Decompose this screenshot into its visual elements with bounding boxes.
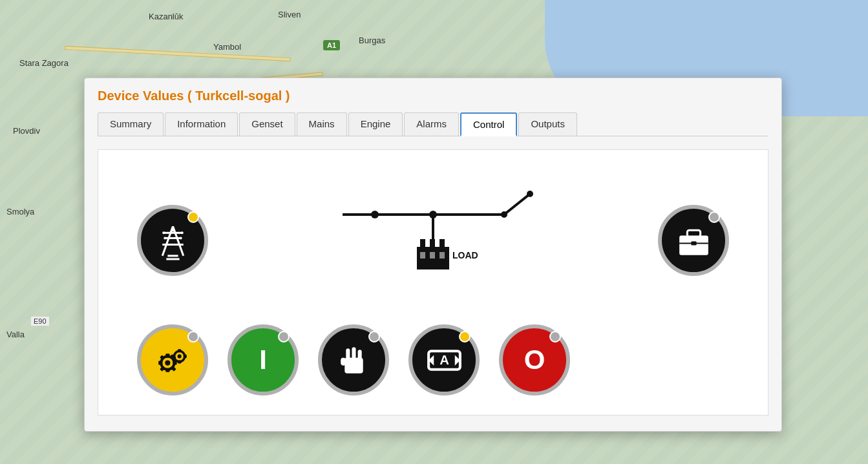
settings-status-dot bbox=[187, 331, 199, 343]
on-button[interactable]: I bbox=[228, 324, 299, 395]
svg-rect-18 bbox=[430, 239, 435, 249]
device-values-dialog: Device Values ( Turkcell-sogal ) Summary… bbox=[84, 78, 782, 432]
svg-rect-45 bbox=[178, 360, 181, 363]
briefcase-status-dot bbox=[708, 211, 720, 223]
svg-rect-17 bbox=[420, 239, 425, 249]
svg-rect-20 bbox=[420, 252, 425, 258]
top-icon-row: LOAD bbox=[111, 156, 755, 311]
svg-rect-44 bbox=[178, 349, 181, 352]
dialog-title: Device Values ( Turkcell-sogal ) bbox=[98, 89, 768, 103]
manual-status-dot bbox=[368, 331, 380, 343]
svg-point-13 bbox=[371, 211, 379, 218]
svg-rect-22 bbox=[439, 252, 445, 258]
map-road-2 bbox=[65, 46, 291, 61]
svg-rect-46 bbox=[171, 354, 174, 357]
auto-button[interactable]: A bbox=[408, 324, 480, 395]
briefcase-icon bbox=[673, 220, 715, 262]
svg-rect-34 bbox=[165, 353, 169, 357]
auto-icon: A bbox=[423, 339, 465, 381]
manual-button[interactable] bbox=[318, 324, 389, 395]
svg-point-7 bbox=[164, 237, 166, 239]
settings-icon bbox=[152, 339, 194, 381]
svg-point-43 bbox=[177, 354, 181, 358]
bottom-icon-row: I bbox=[111, 311, 755, 408]
tab-engine[interactable]: Engine bbox=[348, 112, 403, 136]
map-label-smolya: Smolya bbox=[6, 207, 34, 216]
tower-button[interactable] bbox=[137, 205, 208, 276]
svg-rect-19 bbox=[439, 239, 445, 249]
svg-rect-29 bbox=[687, 230, 700, 237]
tower-icon bbox=[152, 220, 194, 262]
svg-point-33 bbox=[165, 360, 170, 365]
map-label-yambol: Yambol bbox=[213, 42, 241, 52]
tab-genset[interactable]: Genset bbox=[239, 112, 295, 136]
tab-alarms[interactable]: Alarms bbox=[404, 112, 459, 136]
off-status-dot bbox=[549, 331, 561, 343]
tab-information[interactable]: Information bbox=[165, 112, 238, 136]
svg-point-27 bbox=[501, 211, 507, 218]
svg-rect-51 bbox=[357, 350, 361, 360]
svg-point-5 bbox=[162, 231, 165, 234]
svg-line-0 bbox=[162, 226, 173, 256]
svg-point-8 bbox=[179, 237, 182, 239]
tab-summary[interactable]: Summary bbox=[98, 112, 164, 136]
map-label-valla: Valla bbox=[6, 330, 25, 339]
svg-rect-36 bbox=[158, 361, 162, 364]
svg-text:A: A bbox=[439, 352, 449, 366]
circuit-svg: LOAD bbox=[317, 176, 549, 305]
map-label-stara-zagora: Stara Zagora bbox=[19, 58, 69, 68]
tab-outputs[interactable]: Outputs bbox=[518, 112, 577, 136]
manual-icon bbox=[333, 339, 375, 381]
tab-bar: Summary Information Genset Mains Engine … bbox=[98, 112, 768, 136]
on-status-dot bbox=[278, 331, 290, 343]
control-tab-content: LOAD bbox=[98, 149, 768, 416]
map-label-e90: E90 bbox=[31, 317, 49, 326]
svg-rect-35 bbox=[165, 368, 169, 372]
svg-text:LOAD: LOAD bbox=[452, 250, 478, 260]
map-label-sliven: Sliven bbox=[278, 10, 301, 19]
briefcase-button[interactable] bbox=[658, 205, 729, 276]
auto-status-dot bbox=[459, 331, 471, 343]
svg-point-6 bbox=[180, 231, 183, 234]
map-label-kazanluk: Kazanlŭk bbox=[149, 12, 183, 21]
svg-rect-21 bbox=[430, 252, 435, 258]
svg-rect-52 bbox=[341, 357, 346, 365]
circuit-diagram: LOAD bbox=[208, 169, 658, 311]
off-button[interactable]: O bbox=[499, 324, 570, 395]
settings-button[interactable] bbox=[137, 324, 208, 395]
svg-rect-50 bbox=[352, 347, 355, 359]
tower-status-dot bbox=[187, 211, 199, 223]
svg-rect-47 bbox=[183, 354, 186, 357]
map-label-plovdiv: Plovdiv bbox=[13, 126, 40, 136]
svg-rect-49 bbox=[346, 348, 350, 360]
off-icon: O bbox=[524, 344, 545, 375]
tab-control[interactable]: Control bbox=[460, 112, 517, 136]
on-icon: I bbox=[259, 344, 267, 375]
tab-mains[interactable]: Mains bbox=[297, 112, 347, 136]
svg-line-1 bbox=[173, 226, 183, 256]
svg-point-26 bbox=[527, 191, 533, 197]
svg-rect-31 bbox=[691, 241, 696, 245]
map-label-burgas: Burgas bbox=[359, 36, 385, 45]
svg-line-25 bbox=[504, 194, 530, 215]
map-badge-a1: A1 bbox=[323, 40, 340, 50]
